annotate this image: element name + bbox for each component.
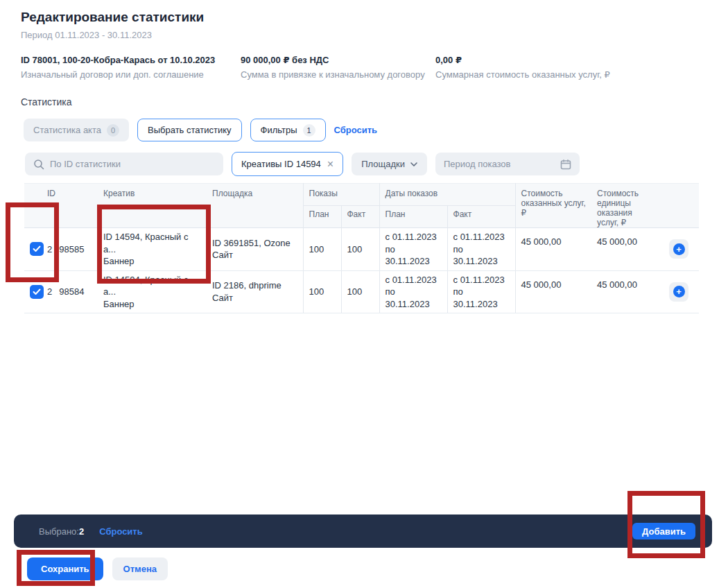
summary-total: 0,00 ₽ Суммарная стоимость оказанных усл… — [435, 55, 610, 80]
table-row[interactable]: 2 98584 ID 14594, Красный с а... Баннер … — [24, 270, 699, 313]
selected-count: 2 — [79, 526, 84, 537]
summary-contract: ID 78001, 100-20-Кобра-Карась от 10.10.2… — [21, 55, 241, 80]
shows-plan-cell: 100 — [303, 228, 341, 271]
unit-cost-cell: 45 000,00 — [591, 270, 659, 313]
shows-fact-cell: 100 — [341, 270, 379, 313]
filters-button-label: Фильтры — [261, 125, 297, 135]
unit-cost-cell: 45 000,00 — [591, 228, 659, 271]
filters-count-badge: 1 — [303, 124, 315, 137]
save-button[interactable]: Сохранить — [27, 557, 103, 580]
statistic-id-suffix: 98584 — [59, 286, 84, 297]
header-dates-group: Даты показов — [379, 184, 515, 206]
plus-icon: + — [673, 286, 685, 297]
row-checkbox[interactable] — [30, 242, 44, 256]
creatives-filter-chip[interactable]: Креативы ID 14594 × — [232, 152, 343, 176]
cost-cell: 45 000,00 — [515, 228, 591, 271]
creative-cell: ID 14594, Красный с а... Баннер — [103, 274, 202, 311]
creative-cell: ID 14594, Красный с а... Баннер — [103, 231, 202, 268]
statistics-section-title: Статистика — [21, 96, 72, 107]
search-icon — [33, 159, 44, 170]
selected-label: Выбрано: — [39, 526, 79, 537]
statistics-search[interactable] — [25, 153, 223, 175]
checkmark-icon — [33, 288, 41, 295]
statistic-id-prefix: 2 — [47, 286, 52, 297]
header-checkbox-col — [24, 184, 46, 228]
selection-bar: Выбрано: 2 Сбросить Добавить — [14, 514, 712, 548]
header-id: ID — [46, 184, 101, 228]
add-row-button[interactable]: + — [669, 239, 688, 259]
cost-cell: 45 000,00 — [515, 270, 591, 313]
plus-icon: + — [673, 243, 685, 255]
dates-plan-cell: с 01.11.2023 по 30.11.2023 — [386, 274, 442, 311]
close-icon[interactable]: × — [327, 159, 333, 170]
amount-label: Сумма в привязке к изначальному договору — [241, 69, 435, 80]
dates-fact-cell: с 01.11.2023 по 30.11.2023 — [453, 231, 510, 268]
amount-value: 90 000,00 ₽ без НДС — [241, 55, 435, 65]
header-dates-fact: Факт — [447, 206, 515, 228]
creatives-filter-chip-label: Креативы ID 14594 — [241, 159, 321, 169]
platform-cell: ID 2186, dhprime Сайт — [212, 279, 297, 304]
page-title: Редактирование статистики — [21, 10, 204, 25]
period-subtitle: Период 01.11.2023 - 30.11.2023 — [21, 30, 204, 40]
contract-label: Изначальный договор или доп. соглашение — [21, 69, 241, 80]
edit-statistics-page: Редактирование статистики Период 01.11.2… — [0, 0, 719, 588]
act-statistics-count-badge: 0 — [107, 124, 119, 137]
header-shows-plan: План — [303, 206, 341, 228]
header-platform: Площадка — [208, 184, 303, 228]
total-value: 0,00 ₽ — [435, 55, 610, 65]
dates-plan-cell: с 01.11.2023 по 30.11.2023 — [386, 231, 442, 268]
add-button[interactable]: Добавить — [632, 523, 695, 539]
header-shows-fact: Факт — [341, 206, 379, 228]
shows-plan-cell: 100 — [303, 270, 341, 313]
search-input[interactable] — [50, 159, 215, 169]
shows-fact-cell: 100 — [341, 228, 379, 271]
total-label: Суммарная стоимость оказанных услуг, ₽ — [435, 69, 610, 80]
tab-act-statistics[interactable]: Статистика акта 0 — [24, 119, 129, 141]
header-unit-cost: Стоимость единицы оказания услуг, ₽ — [591, 184, 659, 228]
header-actions-col — [659, 184, 699, 228]
checkmark-icon — [33, 245, 41, 252]
table-header: ID Креатив Площадка Показы Даты показов … — [24, 184, 699, 228]
add-row-button[interactable]: + — [669, 282, 688, 302]
header-dates-plan: План — [379, 206, 447, 228]
header-cost: Стоимость оказанных услуг, ₽ — [515, 184, 591, 228]
tab-select-statistics-label: Выбрать статистику — [148, 125, 232, 135]
header-creative: Креатив — [101, 184, 208, 228]
contract-value: ID 78001, 100-20-Кобра-Карась от 10.10.2… — [21, 55, 241, 65]
platforms-dropdown-label: Площадки — [361, 159, 405, 169]
filters-row: Креативы ID 14594 × Площадки Период пока… — [25, 152, 580, 176]
contract-summary: ID 78001, 100-20-Кобра-Карась от 10.10.2… — [21, 55, 610, 80]
chevron-down-icon — [410, 162, 417, 166]
cancel-button[interactable]: Отмена — [112, 557, 168, 580]
statistic-id: 2 98585 — [47, 244, 95, 254]
period-date-picker[interactable]: Период показов — [435, 153, 580, 175]
page-header: Редактирование статистики Период 01.11.2… — [21, 10, 204, 40]
tab-select-statistics[interactable]: Выбрать статистику — [137, 119, 242, 141]
platform-cell: ID 3691851, Ozone Сайт — [212, 237, 297, 261]
platforms-dropdown[interactable]: Площадки — [352, 153, 427, 175]
footer-actions: Сохранить Отмена — [27, 557, 168, 580]
row-checkbox[interactable] — [30, 285, 44, 299]
header-shows-group: Показы — [303, 184, 379, 206]
dates-fact-cell: с 01.11.2023 по 30.11.2023 — [453, 274, 510, 311]
selection-reset-link[interactable]: Сбросить — [99, 526, 143, 537]
period-placeholder: Период показов — [444, 159, 510, 169]
statistic-id-prefix: 2 — [47, 244, 52, 254]
statistic-id: 2 98584 — [47, 286, 95, 297]
statistic-id-suffix: 98585 — [59, 244, 84, 254]
statistics-table: ID Креатив Площадка Показы Даты показов … — [24, 183, 699, 313]
statistics-toolbar: Статистика акта 0 Выбрать статистику Фил… — [24, 119, 377, 141]
filters-button[interactable]: Фильтры 1 — [250, 119, 326, 141]
calendar-icon — [560, 159, 571, 170]
tab-act-statistics-label: Статистика акта — [33, 125, 101, 135]
reset-filters-link[interactable]: Сбросить — [334, 125, 378, 135]
summary-amount: 90 000,00 ₽ без НДС Сумма в привязке к и… — [241, 55, 435, 80]
table-row[interactable]: 2 98585 ID 14594, Красный с а... Баннер … — [24, 228, 699, 271]
